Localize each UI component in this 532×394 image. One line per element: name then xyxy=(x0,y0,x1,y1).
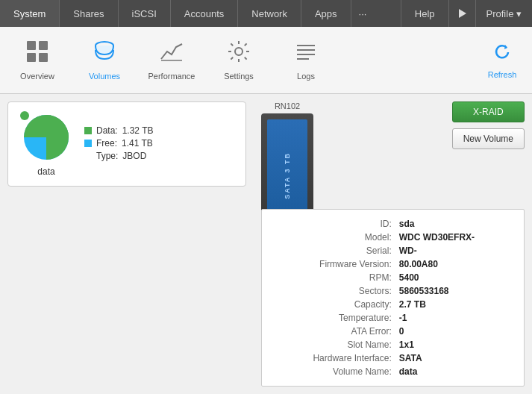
disk-info-field-value: 5400 xyxy=(396,271,512,284)
disk-info-field-label: RPM: xyxy=(274,271,396,284)
nav-item-apps[interactable]: Apps xyxy=(301,0,351,27)
disk-info-row: Volume Name:data xyxy=(274,365,512,378)
volume-name-label: data xyxy=(20,166,72,177)
toolbar-settings-label: Settings xyxy=(224,72,254,81)
disk-info-field-value: 1x1 xyxy=(396,338,512,351)
left-panel: data Data: 1.32 TB Free: 1.41 TB xyxy=(0,94,254,394)
drive-text: SATA 3 TB xyxy=(284,152,291,199)
raid-button-area: X-RAID New Volume xyxy=(452,101,525,149)
disk-info-field-value: -1 xyxy=(396,311,512,325)
disk-info-field-label: Capacity: xyxy=(274,298,396,311)
volume-free-label: Free: xyxy=(96,138,117,148)
disk-info-field-label: Hardware Interface: xyxy=(274,351,396,365)
volume-type-label: Type: xyxy=(96,151,118,161)
right-panel: X-RAID New Volume RN102 SATA 3 TB ID:sda… xyxy=(254,94,532,394)
logs-icon xyxy=(294,40,318,69)
volume-data-value: 1.32 TB xyxy=(122,125,154,136)
volumes-icon xyxy=(93,40,116,69)
disk-info-field-value: 5860533168 xyxy=(396,284,512,298)
nav-item-network[interactable]: Network xyxy=(238,0,301,27)
toolbar-volumes[interactable]: Volumes xyxy=(75,31,134,90)
free-dot xyxy=(84,140,92,147)
volume-data-row: Data: 1.32 TB xyxy=(84,125,234,136)
disk-info-row: ATA Error:0 xyxy=(274,325,512,338)
volume-type-value: JBOD xyxy=(122,151,146,161)
disk-info-row: Serial:WD- xyxy=(274,244,512,257)
svg-rect-1 xyxy=(27,41,36,50)
data-dot xyxy=(84,127,92,134)
nav-item-help[interactable]: Help xyxy=(401,0,448,27)
disk-info-field-label: ATA Error: xyxy=(274,325,396,338)
type-spacer xyxy=(84,152,92,160)
volume-card[interactable]: data Data: 1.32 TB Free: 1.41 TB xyxy=(7,101,246,187)
volume-pie-chart xyxy=(20,111,72,163)
disk-info-field-label: Serial: xyxy=(274,244,396,257)
toolbar-logs[interactable]: Logs xyxy=(276,31,336,90)
disk-info-field-value: 2.7 TB xyxy=(396,298,512,311)
disk-info-field-value: 80.00A80 xyxy=(396,257,512,271)
toolbar-overview-label: Overview xyxy=(20,72,54,81)
disk-info-row: Firmware Version:80.00A80 xyxy=(274,257,512,271)
disk-info-field-value: WD- xyxy=(396,244,512,257)
nav-item-shares[interactable]: Shares xyxy=(60,0,118,27)
main-content: data Data: 1.32 TB Free: 1.41 TB xyxy=(0,94,532,394)
disk-info-field-label: Slot Name: xyxy=(274,338,396,351)
disk-info-field-label: ID: xyxy=(274,217,396,231)
volume-data-label: Data: xyxy=(96,125,118,136)
disk-info-field-value: SATA xyxy=(396,351,512,365)
disk-info-table: ID:sdaModel:WDC WD30EFRX-Serial:WD-Firmw… xyxy=(274,217,512,378)
toolbar-overview[interactable]: Overview xyxy=(7,31,67,90)
settings-icon xyxy=(227,40,251,69)
volume-info: Data: 1.32 TB Free: 1.41 TB Type: JBOD xyxy=(84,125,234,163)
disk-info-field-label: Firmware Version: xyxy=(274,257,396,271)
top-navigation: System Shares iSCSI Accounts Network App… xyxy=(0,0,532,27)
disk-info-row: Capacity:2.7 TB xyxy=(274,298,512,311)
refresh-label: Refresh xyxy=(488,70,517,79)
nav-item-iscsi[interactable]: iSCSI xyxy=(119,0,171,27)
svg-rect-2 xyxy=(39,41,48,50)
xraid-button[interactable]: X-RAID xyxy=(452,101,525,122)
disk-info-field-value: 0 xyxy=(396,325,512,338)
toolbar-volumes-label: Volumes xyxy=(89,72,120,81)
nav-more-button[interactable]: ··· xyxy=(351,0,375,27)
disk-info-row: Slot Name:1x1 xyxy=(274,338,512,351)
nav-item-accounts[interactable]: Accounts xyxy=(171,0,238,27)
toolbar-performance[interactable]: Performance xyxy=(142,31,201,90)
disk-info-field-label: Volume Name: xyxy=(274,365,396,378)
nav-item-system[interactable]: System xyxy=(0,0,60,27)
volume-type-row: Type: JBOD xyxy=(84,151,234,161)
svg-marker-0 xyxy=(459,9,466,18)
disk-info-field-value: data xyxy=(396,365,512,378)
nav-item-profile[interactable]: Profile ▾ xyxy=(475,0,532,27)
disk-info-panel: ID:sdaModel:WDC WD30EFRX-Serial:WD-Firmw… xyxy=(261,209,525,387)
nas-label: RN102 xyxy=(275,101,300,110)
performance-icon xyxy=(160,40,184,69)
svg-point-7 xyxy=(235,48,242,55)
disk-info-field-value: WDC WD30EFRX- xyxy=(396,231,512,244)
disk-info-row: RPM:5400 xyxy=(274,271,512,284)
disk-info-field-label: Temperature: xyxy=(274,311,396,325)
volume-free-row: Free: 1.41 TB xyxy=(84,138,234,148)
disk-info-field-value: sda xyxy=(396,217,512,231)
disk-info-row: Sectors:5860533168 xyxy=(274,284,512,298)
disk-info-field-label: Sectors: xyxy=(274,284,396,298)
disk-info-row: Model:WDC WD30EFRX- xyxy=(274,231,512,244)
disk-info-row: Temperature:-1 xyxy=(274,311,512,325)
overview-icon xyxy=(25,40,49,69)
refresh-button[interactable]: Refresh xyxy=(480,31,525,90)
new-volume-button[interactable]: New Volume xyxy=(452,128,525,149)
disk-info-field-label: Model: xyxy=(274,231,396,244)
svg-rect-4 xyxy=(39,53,48,62)
volume-free-value: 1.41 TB xyxy=(122,138,153,148)
svg-rect-3 xyxy=(27,53,36,62)
toolbar-performance-label: Performance xyxy=(148,72,195,81)
secondary-toolbar: Overview Volumes Performance Settin xyxy=(0,27,532,94)
nav-play-button[interactable] xyxy=(448,0,475,27)
disk-info-row: ID:sda xyxy=(274,217,512,231)
disk-info-row: Hardware Interface:SATA xyxy=(274,351,512,365)
refresh-icon xyxy=(492,42,513,67)
toolbar-logs-label: Logs xyxy=(297,72,315,81)
toolbar-settings[interactable]: Settings xyxy=(209,31,269,90)
